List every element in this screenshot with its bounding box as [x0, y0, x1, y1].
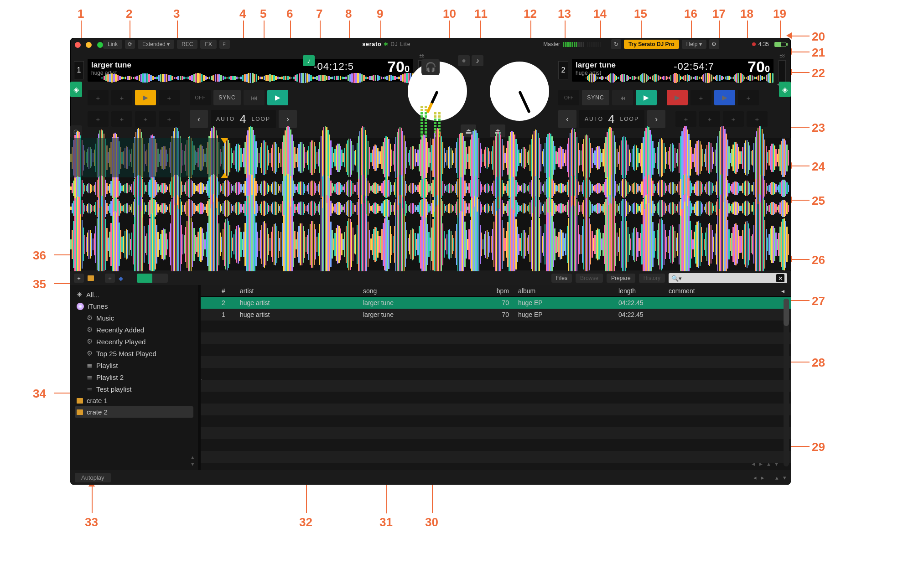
stream-button-right[interactable]: ♪	[472, 55, 483, 66]
skip-back-button[interactable]: ⏮	[612, 90, 633, 105]
fx-button[interactable]: FX	[200, 40, 216, 49]
ghost-cue-2-button[interactable]: +	[699, 111, 720, 127]
ann-16: 16	[684, 7, 697, 21]
col-comment[interactable]: comment	[664, 287, 719, 295]
jog-wheel[interactable]	[490, 62, 549, 121]
panel-history-button[interactable]: History	[639, 274, 665, 283]
overview-waveform[interactable]	[101, 75, 413, 81]
ghost-cue-2-button[interactable]: +	[111, 111, 132, 127]
tree-item[interactable]: ⚙Recently Played	[75, 336, 193, 347]
track-info[interactable]: larger tune huge artist -04:12:5 700	[88, 59, 413, 82]
footer-nav-icons[interactable]: ◂▸▴▾	[753, 474, 786, 481]
tree-expand-icon[interactable]: ▴▾	[191, 454, 194, 467]
table-header[interactable]: # artist song bpm album length comment ◂	[201, 285, 791, 297]
panel-files-button[interactable]: Files	[551, 274, 572, 283]
col-menu-icon[interactable]: ◂	[719, 287, 791, 295]
ghost-cue-3-button[interactable]: +	[723, 111, 744, 127]
tree-item[interactable]: ⚙Top 25 Most Played	[75, 347, 193, 359]
search-icon: 🔍▾	[671, 275, 682, 282]
cue-3-button[interactable]: ▶	[714, 90, 735, 105]
cue-1-button[interactable]: ▶	[667, 90, 688, 105]
link-refresh-icon[interactable]: ⟳	[125, 40, 135, 49]
tree-item[interactable]: crate 1	[75, 395, 193, 406]
cue-2-button[interactable]: +	[111, 90, 132, 105]
ghost-cue-1-button[interactable]: +	[675, 111, 696, 127]
ann-23: 23	[812, 121, 825, 135]
link-button[interactable]: Link	[103, 40, 122, 49]
ann-26: 26	[812, 253, 825, 267]
col-artist[interactable]: artist	[235, 287, 358, 295]
track-title: larger tune	[91, 61, 410, 70]
view-toggle[interactable]	[137, 274, 168, 283]
ghost-cue-3-button[interactable]: +	[135, 111, 156, 127]
autoplay-button[interactable]: Autoplay	[75, 473, 111, 482]
main-waveforms[interactable]	[70, 138, 791, 270]
tracks-table[interactable]: # artist song bpm album length comment ◂…	[201, 285, 791, 470]
col-num[interactable]: #	[217, 287, 235, 295]
col-length[interactable]: length	[614, 287, 664, 295]
table-row-empty	[201, 415, 791, 427]
cue-4-button[interactable]: +	[738, 90, 759, 105]
sync-button[interactable]: SYNC	[213, 90, 241, 105]
loop-half-button[interactable]: ‹	[558, 110, 576, 128]
col-bpm[interactable]: bpm	[482, 287, 514, 295]
ghost-cue-1-button[interactable]: +	[88, 111, 109, 127]
cue-3-button[interactable]: ▶	[135, 90, 156, 105]
gear-icon[interactable]: ⚙	[709, 39, 719, 49]
tree-item[interactable]: crate 2	[75, 406, 193, 418]
rec-button[interactable]: REC	[177, 40, 197, 49]
slip-mode-button[interactable]: ◈	[70, 82, 82, 97]
cue-4-button[interactable]: +	[159, 90, 180, 105]
loop-double-button[interactable]: ›	[647, 110, 665, 128]
keylock-button[interactable]: OFF	[558, 90, 579, 105]
cue-1-button[interactable]: +	[88, 90, 109, 105]
tree-item[interactable]: ✳All...	[75, 289, 193, 300]
tree-item[interactable]: ⚙Music	[75, 312, 193, 324]
layout-extended-button[interactable]: Extended ▾	[138, 40, 174, 49]
tree-item[interactable]: ≣Test playlist	[75, 383, 193, 395]
add-smartcrate-button[interactable]: +	[105, 274, 115, 283]
loop-half-button[interactable]: ‹	[190, 110, 208, 128]
tree-item[interactable]: ≣Playlist 2	[75, 371, 193, 383]
overview-waveform[interactable]	[586, 75, 773, 81]
table-row[interactable]: 1huge artistlarger tune70huge EP04:22.45	[201, 309, 791, 321]
col-song[interactable]: song	[358, 287, 482, 295]
refresh-icon[interactable]: ↻	[611, 39, 621, 49]
slip-mode-button[interactable]: ◈	[779, 82, 791, 97]
tree-item[interactable]: iTunes	[75, 300, 193, 312]
sync-button[interactable]: SYNC	[582, 90, 609, 105]
stream-button[interactable]: ♪	[303, 55, 315, 66]
pitch-slider[interactable]	[779, 60, 786, 82]
panel-browse-button[interactable]: Browse	[576, 274, 603, 283]
crate-tree[interactable]: ✳All...iTunes⚙Music⚙Recently Added⚙Recen…	[70, 285, 198, 470]
search-field[interactable]	[682, 274, 776, 282]
keylock-button[interactable]: OFF	[190, 90, 211, 105]
add-crate-button[interactable]: +	[74, 274, 84, 283]
table-row-empty	[201, 380, 791, 392]
try-pro-button[interactable]: Try Serato DJ Pro	[624, 40, 679, 49]
close-icon[interactable]: ✕	[776, 274, 784, 282]
scrollbar[interactable]	[784, 299, 789, 466]
loop-display[interactable]: AUTO4LOOP	[211, 110, 276, 128]
ghost-cue-4-button[interactable]: +	[159, 111, 180, 127]
skip-back-button[interactable]: ⏮	[244, 90, 265, 105]
flag-icon[interactable]: ⚐	[219, 40, 230, 49]
ghost-cue-4-button[interactable]: +	[747, 111, 768, 127]
tree-item[interactable]: ≣Playlist	[75, 359, 193, 371]
tree-item[interactable]: ⚙Recently Added	[75, 324, 193, 336]
panel-prepare-button[interactable]: Prepare	[607, 274, 635, 283]
help-button[interactable]: Help ▾	[682, 40, 706, 49]
cue-2-button[interactable]: +	[690, 90, 711, 105]
ann-9: 9	[377, 7, 383, 21]
table-nav-icons[interactable]: ◂▸▴▾	[752, 460, 778, 467]
search-input[interactable]: 🔍▾ ✕	[669, 273, 787, 283]
play-button[interactable]: ▶	[636, 90, 657, 105]
table-row[interactable]: 2huge artistlarger tune70huge EP04:22.45	[201, 297, 791, 309]
stream-dot[interactable]: ●	[458, 55, 470, 66]
play-button[interactable]: ▶	[267, 90, 288, 105]
ann-36: 36	[33, 249, 46, 263]
table-row-empty	[201, 368, 791, 380]
loop-display[interactable]: AUTO4LOOP	[579, 110, 644, 128]
track-info[interactable]: larger tune huge artist -02:54:7 700	[572, 59, 773, 82]
col-album[interactable]: album	[514, 287, 614, 295]
